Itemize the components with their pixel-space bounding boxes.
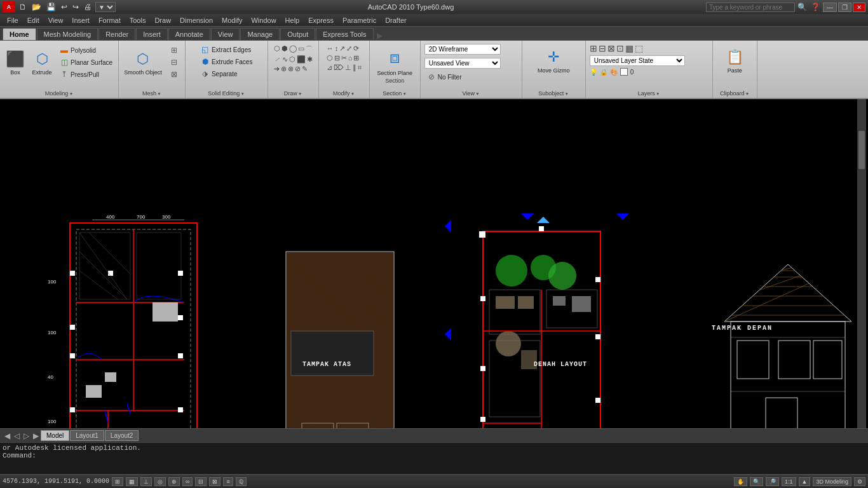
layer-icon-3[interactable]: ⊠ xyxy=(607,43,615,53)
tab-output[interactable]: Output xyxy=(280,28,315,40)
menu-file[interactable]: File xyxy=(3,15,23,25)
help-btn[interactable]: ❓ xyxy=(810,3,822,11)
nav-prev2-btn[interactable]: ◁ xyxy=(12,431,22,440)
wireframe-select[interactable]: 2D Wireframe xyxy=(424,44,501,55)
drawing-area[interactable]: 400 700 300 100 100 40 100 100 100 xyxy=(0,99,868,428)
layer-icon-1[interactable]: ⊞ xyxy=(590,43,597,53)
paste-button[interactable]: 📋 Paste xyxy=(722,46,747,76)
menu-window[interactable]: Window xyxy=(247,15,280,25)
draw-icon-8[interactable]: ⬡ xyxy=(289,55,295,64)
move-gizmo-button[interactable]: ✛ Move Gizmo xyxy=(535,46,573,76)
modify-icon-11[interactable]: ⊿ xyxy=(327,64,332,72)
grid-btn[interactable]: ▦ xyxy=(126,477,138,486)
draw-icon-7[interactable]: ∿ xyxy=(282,55,288,64)
close-btn[interactable]: ✕ xyxy=(853,3,865,12)
box-button[interactable]: ⬛ Box xyxy=(3,48,28,78)
draw-icon-11[interactable]: ➔ xyxy=(274,65,280,73)
draw-icon-9[interactable]: ⬛ xyxy=(297,55,306,64)
workspace-btn[interactable]: 3D Modeling xyxy=(813,477,851,486)
tab-layout2[interactable]: Layout2 xyxy=(105,430,139,441)
zoom-in-btn[interactable]: 🔍 xyxy=(750,477,763,486)
nav-next2-btn[interactable]: ▶ xyxy=(31,431,41,440)
menu-express[interactable]: Express xyxy=(304,15,338,25)
modify-icon-5[interactable]: ⟳ xyxy=(353,44,359,53)
draw-icon-12[interactable]: ⊕ xyxy=(281,65,287,73)
menu-tools[interactable]: Tools xyxy=(125,15,151,25)
app-logo[interactable]: A xyxy=(3,1,15,13)
clipboard-expand-icon[interactable]: ▼ xyxy=(745,92,749,96)
layer-vis-icon[interactable]: 💡 xyxy=(590,69,597,76)
press-pull-button[interactable]: ⤒ Press/Pull xyxy=(57,69,114,80)
layer-icon-6[interactable]: ⬚ xyxy=(635,43,643,53)
ducs-btn[interactable]: ⊟ xyxy=(195,477,207,486)
draw-icon-13[interactable]: ⊗ xyxy=(288,65,294,73)
qa-new[interactable]: 🗋 xyxy=(18,3,28,11)
menu-insert[interactable]: Insert xyxy=(67,15,94,25)
mesh-small-3[interactable]: ⊠ xyxy=(167,69,181,80)
no-filter-button[interactable]: ⊘ No Filter xyxy=(424,71,518,83)
tab-overflow[interactable]: ▶ xyxy=(377,31,383,40)
menu-modify[interactable]: Modify xyxy=(217,15,247,25)
modify-icon-9[interactable]: ⌂ xyxy=(348,54,353,62)
draw-icon-2[interactable]: ⬢ xyxy=(281,44,288,54)
modify-icon-13[interactable]: ⊥ xyxy=(345,64,351,72)
search-input[interactable] xyxy=(706,3,795,12)
section-plane-button[interactable]: ⧈ Section Plane xyxy=(373,43,416,78)
tab-layout1[interactable]: Layout1 xyxy=(70,430,104,441)
tab-render[interactable]: Render xyxy=(98,28,135,40)
qa-redo[interactable]: ↪ xyxy=(71,3,80,11)
nav-next-btn[interactable]: ▷ xyxy=(22,431,31,440)
layer-icon-5[interactable]: ▦ xyxy=(625,43,634,53)
modify-icon-3[interactable]: ↗ xyxy=(339,44,345,53)
tab-mesh-modeling[interactable]: Mesh Modeling xyxy=(37,28,98,40)
menu-help[interactable]: Help xyxy=(281,15,304,25)
modify-icon-12[interactable]: ⌦ xyxy=(334,64,344,72)
dyn-btn[interactable]: ⊠ xyxy=(209,477,220,486)
tab-model[interactable]: Model xyxy=(41,430,69,441)
command-prompt[interactable]: Command: xyxy=(3,452,865,459)
qp-btn[interactable]: ℚ xyxy=(236,477,247,486)
layer-state-select[interactable]: Unsaved Layer State xyxy=(590,55,685,66)
extract-edges-button[interactable]: ◱ Extract Edges xyxy=(198,44,254,55)
annotation-btn[interactable]: ▲ xyxy=(799,477,811,486)
layers-expand-icon[interactable]: ▼ xyxy=(656,92,660,96)
snap-btn[interactable]: ⊞ xyxy=(112,477,123,486)
menu-view[interactable]: View xyxy=(44,15,68,25)
menu-parametric[interactable]: Parametric xyxy=(338,15,381,25)
nav-prev-btn[interactable]: ◀ xyxy=(3,431,12,440)
menu-dimension[interactable]: Dimension xyxy=(175,15,217,25)
tab-express-tools[interactable]: Express Tools xyxy=(316,28,373,40)
polar-btn[interactable]: ◎ xyxy=(154,477,166,486)
modify-icon-6[interactable]: ⬡ xyxy=(327,54,333,62)
menu-format[interactable]: Format xyxy=(94,15,125,25)
tab-manage[interactable]: Manage xyxy=(240,28,280,40)
color-swatch[interactable] xyxy=(620,68,628,76)
extrude-faces-button[interactable]: ⬢ Extrude Faces xyxy=(198,56,254,67)
modeling-expand-icon[interactable]: ▼ xyxy=(69,92,73,96)
draw-icon-4[interactable]: ▭ xyxy=(298,44,304,54)
draw-icon-14[interactable]: ⊘ xyxy=(295,65,301,73)
otrack-btn[interactable]: ∞ xyxy=(182,477,193,486)
planar-surface-button[interactable]: ◫ Planar Surface xyxy=(57,57,114,68)
tab-insert[interactable]: Insert xyxy=(136,28,168,40)
layer-color-icon[interactable]: 🎨 xyxy=(610,69,618,76)
minimize-btn[interactable]: — xyxy=(823,3,837,12)
draw-icon-15[interactable]: ✎ xyxy=(302,65,308,73)
draw-icon-3[interactable]: ◯ xyxy=(289,44,297,54)
draw-icon-10[interactable]: ✱ xyxy=(307,55,313,64)
tab-view[interactable]: View xyxy=(211,28,240,40)
qa-dropdown[interactable]: ▼ xyxy=(95,2,116,12)
draw-icon-6[interactable]: ⟋ xyxy=(274,55,281,64)
osnap-btn[interactable]: ⊕ xyxy=(168,477,180,486)
view-expand-icon[interactable]: ▼ xyxy=(475,92,480,96)
qa-undo[interactable]: ↩ xyxy=(60,3,69,11)
separate-button[interactable]: ⬗ Separate xyxy=(198,68,254,79)
draw-expand-icon[interactable]: ▼ xyxy=(298,92,302,96)
layer-icon-2[interactable]: ⊟ xyxy=(599,43,606,53)
section-expand-icon[interactable]: ▼ xyxy=(402,92,407,96)
modify-icon-7[interactable]: ⊟ xyxy=(334,54,340,62)
pan-btn[interactable]: ✋ xyxy=(734,477,747,486)
smooth-object-button[interactable]: ⬡ Smooth Object xyxy=(121,48,165,78)
modify-icon-1[interactable]: ↔ xyxy=(327,44,334,53)
tab-home[interactable]: Home xyxy=(3,28,36,40)
